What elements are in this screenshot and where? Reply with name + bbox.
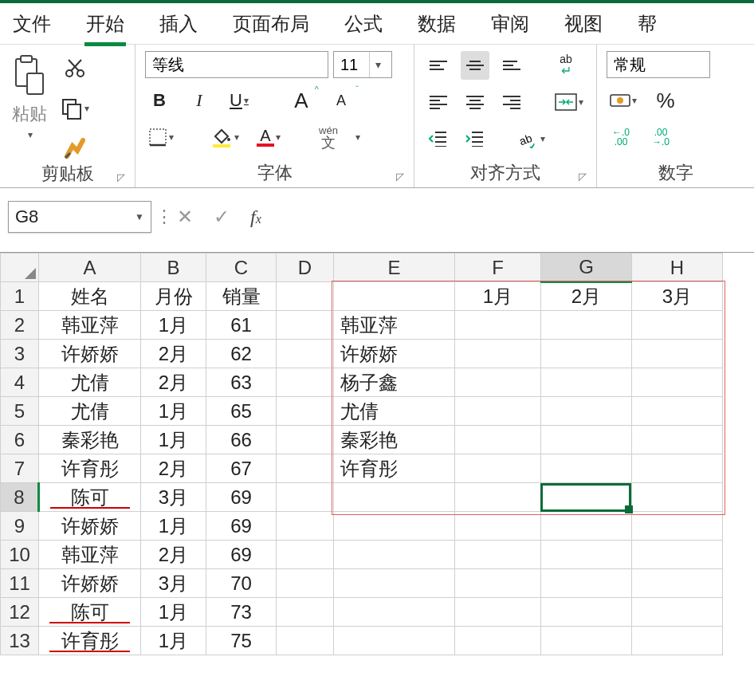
tab-insert[interactable]: 插入	[158, 8, 199, 40]
cell[interactable]	[455, 426, 541, 454]
cell[interactable]: 许娇娇	[39, 569, 141, 598]
row-header[interactable]: 10	[1, 541, 39, 569]
increase-indent-button[interactable]	[461, 124, 489, 153]
cell[interactable]: 杨子鑫	[334, 368, 455, 397]
cell[interactable]	[541, 512, 632, 541]
chevron-down-icon[interactable]: ▾	[369, 52, 387, 77]
row-header[interactable]: 3	[1, 340, 39, 368]
cell[interactable]: 73	[206, 598, 277, 627]
align-bottom-button[interactable]	[497, 51, 526, 80]
orientation-button[interactable]: ab ▾	[515, 124, 548, 153]
row-header[interactable]: 13	[1, 627, 39, 655]
cell[interactable]	[541, 454, 632, 483]
align-left-button[interactable]	[424, 88, 453, 116]
grow-font-button[interactable]: A^	[287, 86, 316, 115]
cell[interactable]: 1月	[455, 282, 541, 311]
tab-layout[interactable]: 页面布局	[231, 8, 311, 40]
row-header[interactable]: 5	[1, 397, 39, 426]
cell[interactable]: 韩亚萍	[39, 311, 141, 340]
chevron-down-icon[interactable]: ▼	[135, 211, 144, 222]
cell[interactable]	[334, 627, 455, 655]
column-header[interactable]: C	[206, 254, 277, 282]
cell[interactable]	[277, 282, 334, 311]
cell[interactable]: 2月	[141, 454, 206, 483]
cell[interactable]: 许娇娇	[39, 340, 141, 368]
align-top-button[interactable]	[424, 51, 453, 80]
cell[interactable]	[334, 569, 455, 598]
font-name-input[interactable]	[146, 52, 360, 77]
accounting-format-button[interactable]: ▾	[607, 86, 640, 115]
cell[interactable]: 69	[206, 512, 277, 541]
name-box[interactable]: G8 ▼	[8, 201, 151, 233]
cell[interactable]: 尤倩	[334, 397, 455, 426]
cell[interactable]: 1月	[141, 627, 206, 655]
cell[interactable]: 尤倩	[39, 397, 141, 426]
tab-data[interactable]: 数据	[416, 8, 458, 40]
cell[interactable]: 陈可	[39, 483, 141, 512]
cell[interactable]	[541, 627, 632, 655]
cell[interactable]: 70	[206, 569, 277, 598]
tab-review[interactable]: 审阅	[489, 8, 531, 40]
tab-formulas[interactable]: 公式	[343, 8, 384, 40]
cell[interactable]	[277, 397, 334, 426]
paste-button[interactable]	[10, 51, 49, 99]
cell[interactable]: 许娇娇	[39, 512, 141, 541]
number-format-combo[interactable]	[607, 51, 710, 78]
cell[interactable]	[632, 340, 723, 368]
column-header[interactable]: D	[277, 254, 334, 282]
cell[interactable]	[277, 340, 334, 368]
cancel-formula-button[interactable]: ✕	[177, 206, 193, 228]
copy-button[interactable]: ▾	[57, 94, 92, 123]
column-header[interactable]: E	[334, 254, 455, 282]
underline-button[interactable]: U▾	[225, 86, 253, 115]
cell[interactable]	[632, 627, 723, 655]
cell[interactable]: 3月	[632, 282, 723, 311]
cell[interactable]	[455, 541, 541, 569]
cell[interactable]	[277, 627, 334, 655]
cell[interactable]: 66	[206, 426, 277, 454]
cell[interactable]	[455, 397, 541, 426]
column-header[interactable]: F	[455, 254, 541, 282]
row-header[interactable]: 4	[1, 368, 39, 397]
cell[interactable]	[632, 569, 723, 598]
cell[interactable]	[455, 627, 541, 655]
cell[interactable]	[541, 311, 632, 340]
cell[interactable]: 3月	[141, 569, 206, 598]
cell[interactable]	[541, 340, 632, 368]
align-right-button[interactable]	[497, 88, 526, 116]
cell[interactable]: 1月	[141, 426, 206, 454]
phonetic-button[interactable]: wén 文	[314, 123, 343, 151]
font-color-button[interactable]: A ▾	[253, 123, 284, 151]
cell[interactable]	[455, 340, 541, 368]
cell[interactable]	[541, 368, 632, 397]
italic-button[interactable]: I	[185, 86, 214, 115]
cell[interactable]: 2月	[541, 282, 632, 311]
cell[interactable]	[455, 483, 541, 512]
cell[interactable]: 韩亚萍	[334, 311, 455, 340]
row-header[interactable]: 11	[1, 569, 39, 598]
cell[interactable]	[632, 397, 723, 426]
cell[interactable]: 月份	[141, 282, 206, 311]
row-header[interactable]: 2	[1, 311, 39, 340]
tab-view[interactable]: 视图	[563, 8, 604, 40]
cell[interactable]	[632, 512, 723, 541]
cell[interactable]	[541, 598, 632, 627]
font-name-combo[interactable]: ▾	[145, 51, 328, 78]
cell[interactable]: 69	[206, 541, 277, 569]
cell[interactable]	[277, 512, 334, 541]
cell[interactable]	[277, 454, 334, 483]
cell[interactable]	[455, 454, 541, 483]
cell[interactable]: 许育彤	[39, 627, 141, 655]
cell[interactable]: 许育彤	[39, 454, 141, 483]
cell[interactable]	[541, 483, 632, 512]
cell[interactable]: 69	[206, 483, 277, 512]
cell[interactable]: 许育彤	[334, 454, 455, 483]
cell[interactable]	[277, 541, 334, 569]
cell[interactable]	[541, 541, 632, 569]
cell[interactable]	[277, 598, 334, 627]
cell[interactable]: 许娇娇	[334, 340, 455, 368]
increase-decimal-button[interactable]: ←.0.00	[607, 123, 635, 151]
cell[interactable]	[632, 368, 723, 397]
tab-help-fragment[interactable]: 帮	[636, 8, 658, 40]
column-header[interactable]: A	[39, 254, 141, 282]
